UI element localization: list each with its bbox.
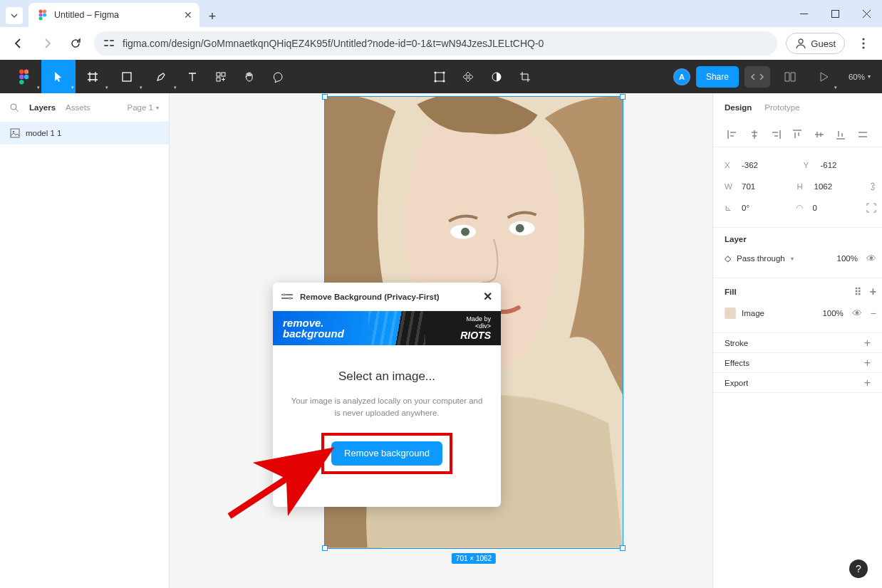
nav-forward-button[interactable] [37,33,57,53]
selection-handle-bl[interactable] [322,545,328,551]
svg-point-16 [24,69,28,73]
move-tool[interactable]: ▾ [41,60,76,93]
browser-menu-button[interactable] [854,33,873,53]
align-bottom-icon[interactable] [835,129,846,140]
layers-tab[interactable]: Layers [29,103,56,112]
distribute-icon[interactable] [857,129,868,140]
svg-point-27 [435,80,437,82]
svg-rect-10 [110,45,114,46]
svg-rect-9 [104,45,108,46]
fill-type[interactable]: Image [742,309,764,317]
user-avatar[interactable]: A [673,68,690,85]
profile-guest-chip[interactable]: Guest [786,33,845,54]
svg-point-11 [799,39,803,43]
frame-tool[interactable]: ▾ [76,60,110,93]
present-button[interactable]: ▾ [810,60,839,93]
window-maximize-button[interactable] [819,3,851,24]
x-input[interactable]: -362 [742,161,773,169]
fill-visibility-icon[interactable]: 👁 [852,308,862,319]
text-tool[interactable] [178,60,207,93]
selection-handle-tl[interactable] [322,94,328,100]
hand-tool[interactable] [235,60,264,93]
plugin-title: Remove Background (Privacy-First) [300,293,440,301]
figma-menu-button[interactable]: ▾ [7,60,41,93]
remove-background-button[interactable]: Remove background [331,441,442,466]
annotation-highlight-box: Remove background [321,433,452,474]
y-input[interactable]: -612 [821,161,852,169]
align-left-icon[interactable] [727,129,738,140]
align-top-icon[interactable] [792,129,803,140]
svg-point-0 [39,10,43,14]
library-icon[interactable] [776,60,804,93]
w-input[interactable]: 701 [742,182,773,191]
nav-reload-button[interactable] [66,33,85,53]
add-stroke-icon[interactable]: + [864,337,871,350]
fill-styles-icon[interactable]: ⠿ [854,286,861,298]
help-button[interactable]: ? [849,560,868,578]
new-tab-button[interactable]: + [202,6,222,26]
align-right-icon[interactable] [770,129,782,140]
radius-input[interactable]: 0 [813,204,844,212]
window-minimize-button[interactable] [788,3,819,24]
share-button[interactable]: Share [696,66,739,88]
search-icon[interactable] [10,103,19,112]
tab-search-button[interactable] [6,7,23,24]
blend-mode-icon[interactable]: ◇ [725,253,731,263]
plugin-titlebar[interactable]: Remove Background (Privacy-First) ✕ [273,283,501,311]
component-icon[interactable] [454,60,482,93]
design-tab[interactable]: Design [725,103,752,112]
layer-opacity[interactable]: 100% [837,254,858,263]
svg-point-30 [11,104,16,110]
crop-icon[interactable] [511,60,539,93]
dev-frame-icon[interactable] [425,60,454,93]
figma-toolbar: ▾ ▾ ▾ ▾ ▾ A Share ▾ 60%▾ [0,60,882,93]
fill-thumbnail[interactable] [725,308,736,319]
align-vcenter-icon[interactable] [814,129,825,140]
image-layer-icon [10,128,20,138]
layer-item[interactable]: model 1 1 [0,122,169,145]
plugin-window[interactable]: Remove Background (Privacy-First) ✕ remo… [273,283,501,507]
svg-point-35 [461,228,469,236]
selection-handle-br[interactable] [620,545,626,551]
visibility-toggle-icon[interactable]: 👁 [866,253,876,264]
independent-corners-icon[interactable] [866,203,876,213]
svg-rect-6 [831,10,839,17]
plugin-close-button[interactable]: ✕ [483,290,492,303]
comment-tool[interactable] [264,60,292,93]
resources-tool[interactable] [207,60,235,93]
tab-close-button[interactable]: ✕ [184,9,192,21]
selection-handle-tr[interactable] [620,94,626,100]
svg-rect-24 [435,73,444,81]
dev-mode-toggle[interactable] [744,66,770,88]
h-input[interactable]: 1062 [814,182,846,191]
svg-point-37 [516,224,524,233]
add-effect-icon[interactable]: + [864,357,871,369]
svg-point-13 [862,42,864,44]
blend-mode-select[interactable]: Pass through [737,254,785,263]
rotation-input[interactable]: 0° [742,204,773,212]
add-fill-icon[interactable]: + [870,285,876,298]
url-input[interactable]: figma.com/design/GoMmnaetkqnQHiqEZ4K95f/… [94,31,777,56]
zoom-control[interactable]: 60%▾ [844,73,875,81]
svg-point-19 [19,80,24,84]
remove-fill-icon[interactable]: − [871,308,876,319]
fill-opacity[interactable]: 100% [822,309,843,317]
rotation-icon: ⊾ [725,203,735,213]
add-export-icon[interactable]: + [864,377,871,389]
site-settings-icon[interactable] [104,38,115,48]
nav-back-button[interactable] [9,33,28,53]
canvas[interactable]: 701 × 1062 Remove Background (Privacy-Fi… [170,93,712,588]
align-hcenter-icon[interactable] [749,129,760,140]
plugin-heading: Select an image... [287,369,487,384]
shape-tool[interactable]: ▾ [110,60,144,93]
page-selector[interactable]: Page 1▾ [128,103,159,112]
figma-favicon-icon [37,9,48,21]
assets-tab[interactable]: Assets [66,103,90,112]
svg-point-2 [39,14,43,17]
browser-tab-active[interactable]: Untitled – Figma ✕ [28,3,199,27]
mask-icon[interactable] [482,60,511,93]
pen-tool[interactable]: ▾ [144,60,178,93]
constrain-proportions-icon[interactable] [869,181,876,192]
prototype-tab[interactable]: Prototype [764,103,799,112]
window-close-button[interactable] [851,3,882,24]
